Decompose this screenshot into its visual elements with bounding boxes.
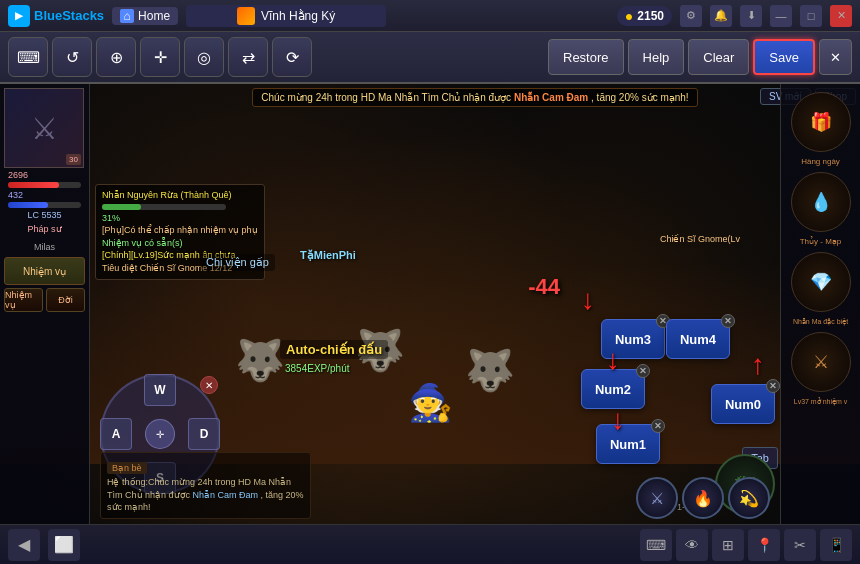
- combat-hit-text: -44: [528, 274, 560, 300]
- title-minimize-btn[interactable]: —: [770, 5, 792, 27]
- monster-3: [450, 304, 530, 394]
- clear-button[interactable]: Clear: [688, 39, 749, 75]
- dpad-close[interactable]: ✕: [200, 376, 218, 394]
- chat-panel: Bạn bè Hệ thống:Chúc mừng 24h trong HD M…: [100, 452, 311, 519]
- keymapping-btn[interactable]: ⌨: [8, 37, 48, 77]
- scissors-icon-btn[interactable]: ✂: [784, 529, 816, 561]
- level-label: Lv37 mở nhiệm v: [794, 398, 848, 406]
- num2-key[interactable]: Num2 ✕: [581, 369, 645, 409]
- title-close-btn[interactable]: ✕: [830, 5, 852, 27]
- chat-text-1: Hệ thống:Chúc mừng 24h trong HD Ma Nhẫn: [107, 477, 291, 487]
- quest-item-2b: Nhiệm vụ có sẵn(s): [102, 237, 258, 250]
- swap-btn[interactable]: ⇄: [228, 37, 268, 77]
- fullscreen-icon-btn[interactable]: ⊞: [712, 529, 744, 561]
- move-btn[interactable]: ✛: [140, 37, 180, 77]
- tab-game[interactable]: Vĩnh Hằng Ký: [186, 5, 386, 27]
- dpad-right[interactable]: D: [188, 418, 220, 450]
- quest-1-name: Nhẫn Nguyên Rừa (Thành Quê): [102, 190, 232, 200]
- location-icon-btn[interactable]: 📍: [748, 529, 780, 561]
- right-panel: 🎁 Hàng ngày 💧 Thủy - Mạp 💎 Nhẫn Ma đặc b…: [780, 84, 860, 524]
- quest-item-1: Nhẫn Nguyên Rừa (Thành Quê): [102, 189, 258, 202]
- gamepad-btn[interactable]: ⊕: [96, 37, 136, 77]
- title-notification-btn[interactable]: 🔔: [710, 5, 732, 27]
- level-icon-wrap: ⚔ Lv37 mở nhiệm v: [791, 332, 851, 392]
- num4-close[interactable]: ✕: [721, 314, 735, 328]
- restore-button[interactable]: Restore: [548, 39, 624, 75]
- skill-1[interactable]: ⚔: [636, 477, 678, 519]
- auto-combat-text: Auto-chiến đấu: [280, 340, 388, 359]
- num3-key[interactable]: Num3 ✕: [601, 319, 665, 359]
- bs-icon: ▶: [8, 5, 30, 27]
- help-button[interactable]: Help: [628, 39, 685, 75]
- announcement-suffix: , tăng 20% sức mạnh!: [591, 92, 689, 103]
- tab-home[interactable]: ⌂ Home: [112, 7, 178, 25]
- daily-icon[interactable]: 🎁: [791, 92, 851, 152]
- party-btn[interactable]: Đời: [46, 288, 85, 312]
- coin-icon: ●: [625, 8, 633, 24]
- combat-btn[interactable]: Nhiệm vụ: [4, 288, 43, 312]
- special-icon[interactable]: 💎: [791, 252, 851, 312]
- bottom-bar: ◀ ⬜ ⌨ 👁 ⊞ 📍 ✂ 📱: [0, 524, 860, 564]
- top-hud: Chúc mừng 24h trong HD Ma Nhẫn Tìm Chủ n…: [95, 88, 856, 107]
- game-tab-icon: [237, 7, 255, 25]
- special-label: Nhẫn Ma đặc biệt: [793, 318, 848, 326]
- water-icon-wrap: 💧 Thủy - Mạp: [791, 172, 851, 232]
- special-icon-wrap: 💎 Nhẫn Ma đặc biệt: [791, 252, 851, 312]
- level-icon[interactable]: ⚔: [791, 332, 851, 392]
- bluestacks-logo: ▶ BlueStacks: [8, 5, 104, 27]
- skill-2[interactable]: 🔥: [682, 477, 724, 519]
- quest-1-pct: 31%: [102, 212, 258, 225]
- game-tab-label: Vĩnh Hằng Ký: [261, 9, 335, 23]
- char-lc: LC 5535: [8, 210, 81, 220]
- bottom-right: ⌨ 👁 ⊞ 📍 ✂ 📱: [640, 529, 852, 561]
- hp-bar: [8, 182, 59, 188]
- announcement-text: Chúc mừng 24h trong HD Ma Nhẫn Tìm Chủ n…: [261, 92, 511, 103]
- chat-highlight: Nhẫn Cam Đam: [193, 490, 259, 500]
- chat-text-4: sức mạnh!: [107, 502, 151, 512]
- bs-name: BlueStacks: [34, 8, 104, 23]
- num4-key[interactable]: Num4 ✕: [666, 319, 730, 359]
- rotate-btn[interactable]: ↺: [52, 37, 92, 77]
- free-text: TặMienPhi: [300, 249, 356, 262]
- exp-text: 3854EXP/phút: [285, 363, 350, 374]
- character-area: 30 2696 432 LC 5535 Pháp sư: [0, 84, 89, 240]
- char-stats: 2696 432 LC 5535: [4, 168, 85, 222]
- chat-tab[interactable]: Bạn bè: [107, 462, 147, 474]
- aim-btn[interactable]: ◎: [184, 37, 224, 77]
- water-icon[interactable]: 💧: [791, 172, 851, 232]
- title-maximize-btn[interactable]: □: [800, 5, 822, 27]
- nav-btn-row: Nhiệm vụ Đời: [4, 288, 85, 312]
- eye-icon-btn[interactable]: 👁: [676, 529, 708, 561]
- chat-text: Hệ thống:Chúc mừng 24h trong HD Ma Nhẫn …: [107, 476, 304, 514]
- home-tab-label: Home: [138, 9, 170, 23]
- game-area: 30 2696 432 LC 5535 Pháp sư Milas Nhiệm …: [0, 84, 860, 524]
- milas-label: Milas: [0, 240, 89, 254]
- dpad-up[interactable]: W: [144, 374, 176, 406]
- quest-progress-bar: [102, 204, 141, 210]
- toolbar-close-button[interactable]: ✕: [819, 39, 852, 75]
- dpad-left[interactable]: A: [100, 418, 132, 450]
- title-bar: ▶ BlueStacks ⌂ Home Vĩnh Hằng Ký ● 2150 …: [0, 0, 860, 32]
- macro-btn[interactable]: ⟳: [272, 37, 312, 77]
- home-tab-icon: ⌂: [120, 9, 134, 23]
- num0-key[interactable]: Num0 ✕: [711, 384, 775, 424]
- title-settings-btn[interactable]: ⚙: [680, 5, 702, 27]
- mobile-icon-btn[interactable]: 📱: [820, 529, 852, 561]
- water-label: Thủy - Mạp: [800, 237, 842, 246]
- dpad-center[interactable]: ✛: [145, 419, 175, 449]
- num1-close[interactable]: ✕: [651, 419, 665, 433]
- character-portrait: 30: [4, 88, 84, 168]
- skill-3[interactable]: 💫: [728, 477, 770, 519]
- num0-close[interactable]: ✕: [766, 379, 780, 393]
- title-download-btn[interactable]: ⬇: [740, 5, 762, 27]
- num2-close[interactable]: ✕: [636, 364, 650, 378]
- player-character: [400, 324, 460, 424]
- num1-key[interactable]: Num1 ✕: [596, 424, 660, 464]
- back-nav-btn[interactable]: ◀: [8, 529, 40, 561]
- daily-label: Hàng ngày: [801, 157, 840, 166]
- save-button[interactable]: Save: [753, 39, 815, 75]
- keyboard-icon-btn[interactable]: ⌨: [640, 529, 672, 561]
- announcement-highlight: Nhẫn Cam Đam: [514, 92, 588, 103]
- home-nav-btn[interactable]: ⬜: [48, 529, 80, 561]
- quest-btn[interactable]: Nhiệm vụ: [4, 257, 85, 285]
